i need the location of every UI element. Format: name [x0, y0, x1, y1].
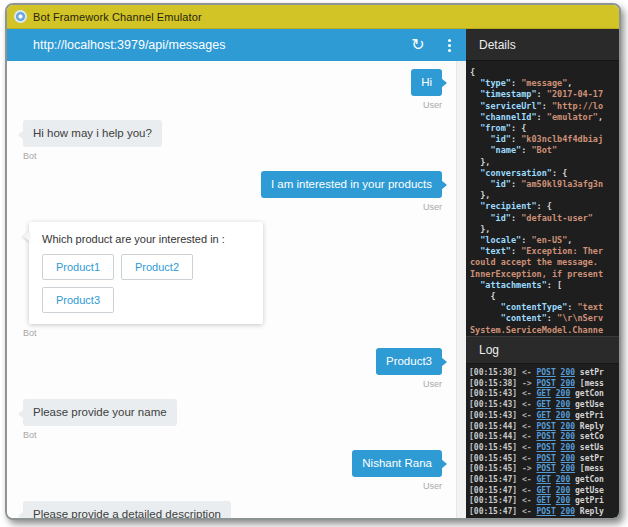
log-timestamp: [00:15:43] [469, 400, 517, 409]
details-title: Details [479, 38, 516, 52]
json-token: InnerException, if present [470, 269, 603, 279]
chat-bubble-user: Hi [411, 69, 442, 96]
log-direction-arrow: <- [522, 389, 532, 398]
main-area: http://localhost:3979/api/messages ↻ HiU… [7, 29, 619, 518]
log-entry: [00:15:47] <- GET 200 getCon [469, 475, 619, 486]
log-method-link[interactable]: GET [536, 411, 550, 420]
log-method-link[interactable]: POST [536, 422, 555, 431]
json-line: }, [470, 224, 619, 235]
log-method-link[interactable]: GET [536, 389, 550, 398]
log-method-link[interactable]: GET [536, 400, 550, 409]
json-token [470, 280, 480, 290]
log-timestamp: [00:15:45] [469, 454, 517, 463]
json-token: "name" [490, 145, 521, 155]
json-token [470, 123, 480, 133]
log-method-link[interactable]: POST [536, 432, 555, 441]
chat-bubble-user: I am interested in your products [261, 171, 442, 198]
log-direction-arrow: <- [522, 496, 532, 505]
app-logo-icon [14, 10, 27, 23]
log-message: getPri [575, 496, 604, 505]
log-timestamp: [00:15:44] [469, 422, 517, 431]
json-token: }, [470, 157, 490, 167]
message-group: Product3User [23, 348, 448, 389]
json-token: "text" [480, 246, 511, 256]
log-message: [mess [580, 379, 604, 388]
log-method-link[interactable]: POST [536, 454, 555, 463]
refresh-icon[interactable]: ↻ [404, 37, 432, 53]
log-status-link[interactable]: 200 [561, 368, 575, 377]
dot [448, 39, 451, 42]
card-button-product1[interactable]: Product1 [42, 254, 114, 280]
log-entry: [00:15:45] <- POST 200 setUs [469, 443, 619, 454]
json-line: "attachments": [ [470, 280, 619, 291]
log-method-link[interactable]: POST [536, 379, 555, 388]
json-line: System.ServiceModel.Channe [470, 325, 619, 336]
bot-url-field[interactable]: http://localhost:3979/api/messages [7, 38, 404, 52]
chat-column: http://localhost:3979/api/messages ↻ HiU… [7, 29, 466, 518]
log-status-link[interactable]: 200 [561, 422, 575, 431]
json-token: : [542, 101, 552, 111]
log-status-link[interactable]: 200 [561, 464, 575, 473]
log-method-link[interactable]: GET [536, 496, 550, 505]
log-message: [mess [580, 464, 604, 473]
json-line: InnerException, if present [470, 269, 619, 280]
log-status-link[interactable]: 200 [556, 486, 570, 495]
log-status-link[interactable]: 200 [561, 454, 575, 463]
log-status-link[interactable]: 200 [561, 432, 575, 441]
log-status-link[interactable]: 200 [556, 496, 570, 505]
overflow-menu-icon[interactable] [432, 29, 466, 61]
json-line: "serviceUrl": "http://lo [470, 101, 619, 112]
card-button-product3[interactable]: Product3 [42, 287, 114, 313]
log-method-link[interactable]: POST [536, 507, 555, 516]
log-method-link[interactable]: POST [536, 464, 555, 473]
log-status-link[interactable]: 200 [556, 475, 570, 484]
json-line: "id": "default-user" [470, 213, 619, 224]
log-method-link[interactable]: GET [536, 486, 550, 495]
log-method-link[interactable]: POST [536, 443, 555, 452]
log-entry: [00:15:43] <- GET 200 getPri [469, 411, 619, 422]
json-token: "en-US" [531, 235, 567, 245]
json-line: "name": "Bot" [470, 145, 619, 156]
json-token: System.ServiceModel.Channe [470, 325, 603, 335]
log-direction-arrow: <- [522, 475, 532, 484]
json-token: "locale" [480, 235, 521, 245]
log-status-link[interactable]: 200 [556, 389, 570, 398]
json-token: could accept the message. [470, 257, 603, 267]
log-direction-arrow: <- [522, 486, 532, 495]
log-status-link[interactable]: 200 [561, 379, 575, 388]
json-token: "channelId" [480, 112, 536, 122]
json-token: "Bot" [531, 145, 557, 155]
card-button-product2[interactable]: Product2 [121, 254, 193, 280]
json-token: : { [552, 168, 567, 178]
json-token: , [567, 235, 572, 245]
json-token: : [537, 112, 547, 122]
log-message: getUse [575, 400, 604, 409]
log-method-link[interactable]: POST [536, 368, 555, 377]
chat-scrollbar[interactable] [456, 61, 466, 518]
log-message: setUs [580, 443, 604, 452]
sender-label: Bot [23, 151, 37, 161]
json-line: "text": "Exception: Ther [470, 246, 619, 257]
log-status-link[interactable]: 200 [561, 443, 575, 452]
log-direction-arrow: <- [522, 432, 532, 441]
json-token: "attachments" [480, 280, 547, 290]
chat-bubble-user: Product3 [376, 348, 442, 375]
json-line: could accept the message. [470, 257, 619, 268]
chat-bubble-bot: Hi how may i help you? [23, 120, 162, 147]
json-token: }, [470, 224, 490, 234]
json-token: "\r\nServ [557, 313, 603, 323]
log-status-link[interactable]: 200 [561, 507, 575, 516]
log-method-link[interactable]: GET [536, 475, 550, 484]
log-status-link[interactable]: 200 [556, 400, 570, 409]
log-timestamp: [00:15:44] [469, 432, 517, 441]
log-timestamp: [00:15:47] [469, 475, 517, 484]
sender-label: User [423, 100, 442, 110]
json-line: "content": "\r\nServ [470, 313, 619, 324]
log-entry: [00:15:45] <- POST 200 setPr [469, 454, 619, 465]
log-entry: [00:15:43] <- GET 200 getCon [469, 389, 619, 400]
sender-label: User [423, 202, 442, 212]
json-line: "id": "am50kl9la3afg3n [470, 179, 619, 190]
log-status-link[interactable]: 200 [556, 411, 570, 420]
json-token: : [521, 235, 531, 245]
log-timestamp: [00:15:47] [469, 507, 517, 516]
